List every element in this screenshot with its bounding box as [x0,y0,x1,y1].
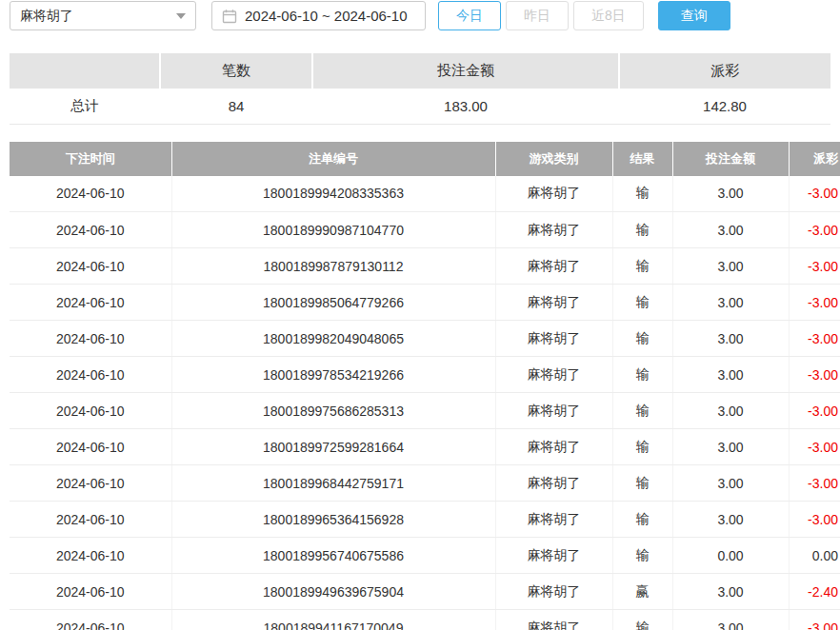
cell-payout: -3.00 [789,176,840,212]
cell-bet: 3.00 [672,357,789,393]
cell-id: 1800189941167170049 [171,610,495,630]
table-row: 2024-06-101800189949639675904麻将胡了赢3.00-2… [10,574,840,610]
cell-time: 2024-06-10 [10,429,171,465]
bet-table-body: 2024-06-101800189994208335363麻将胡了输3.00-3… [10,176,840,630]
table-row: 2024-06-101800189972599281664麻将胡了输3.00-3… [10,429,840,465]
cell-bet: 0.00 [672,538,789,574]
cell-bet: 3.00 [672,574,789,610]
header-bet-time: 下注时间 [10,142,171,176]
cell-time: 2024-06-10 [10,357,171,393]
cell-game: 麻将胡了 [495,321,612,357]
date-range-input[interactable]: 2024-06-10 ~ 2024-06-10 [211,1,426,30]
cell-id: 1800189985064779266 [171,285,495,321]
table-row: 2024-06-101800189941167170049麻将胡了输3.00-3… [10,610,840,630]
cell-bet: 3.00 [672,212,789,248]
bet-table: 下注时间 注单编号 游戏类别 结果 投注金额 派彩 2024-06-101800… [10,142,840,630]
table-row: 2024-06-101800189968442759171麻将胡了输3.00-3… [10,465,840,502]
cell-payout: -3.00 [789,502,840,538]
cell-result: 输 [612,393,672,429]
chevron-down-icon [176,13,186,19]
cell-bet: 3.00 [672,285,789,321]
cell-result: 输 [612,357,672,393]
cell-result: 输 [612,212,672,248]
filter-bar: 麻将胡了 2024-06-10 ~ 2024-06-10 今日 昨日 近8日 查… [10,1,840,30]
cell-payout: -3.00 [789,212,840,248]
summary-header-count: 笔数 [160,53,312,89]
table-row: 2024-06-101800189982049048065麻将胡了输3.00-3… [10,321,840,357]
table-row: 2024-06-101800189965364156928麻将胡了输3.00-3… [10,502,840,538]
cell-id: 1800189975686285313 [171,393,495,429]
cell-result: 输 [612,321,672,357]
cell-result: 输 [612,285,672,321]
cell-id: 1800189982049048065 [171,321,495,357]
cell-payout: -3.00 [789,357,840,393]
cell-result: 赢 [612,574,672,610]
summary-header-empty [10,53,160,89]
summary-header-row: 笔数 投注金额 派彩 [10,53,830,89]
cell-id: 1800189968442759171 [171,465,495,502]
header-payout: 派彩 [789,142,840,176]
summary-total-count: 84 [160,89,312,124]
cell-payout: -3.00 [789,393,840,429]
summary-total-bet-amount: 183.00 [312,89,619,124]
cell-payout: -3.00 [789,321,840,357]
today-button[interactable]: 今日 [438,1,501,30]
cell-payout: -3.00 [789,248,840,285]
header-bet-id: 注单编号 [171,142,495,176]
cell-game: 麻将胡了 [495,357,612,393]
header-result: 结果 [612,142,672,176]
summary-total-row: 总计 84 183.00 142.80 [10,89,830,124]
bet-table-header-row: 下注时间 注单编号 游戏类别 结果 投注金额 派彩 [10,142,840,176]
cell-result: 输 [612,176,672,212]
cell-result: 输 [612,248,672,285]
cell-result: 输 [612,465,672,502]
table-row: 2024-06-101800189987879130112麻将胡了输3.00-3… [10,248,840,285]
game-select-value: 麻将胡了 [20,8,73,25]
yesterday-button[interactable]: 昨日 [506,1,569,30]
calendar-icon [222,9,237,24]
cell-game: 麻将胡了 [495,610,612,630]
cell-time: 2024-06-10 [10,538,171,574]
cell-time: 2024-06-10 [10,610,171,630]
cell-bet: 3.00 [672,465,789,502]
cell-game: 麻将胡了 [495,285,612,321]
cell-bet: 3.00 [672,502,789,538]
cell-payout: -3.00 [789,285,840,321]
cell-payout: -3.00 [789,429,840,465]
cell-game: 麻将胡了 [495,502,612,538]
cell-game: 麻将胡了 [495,538,612,574]
cell-id: 1800189965364156928 [171,502,495,538]
cell-payout: -3.00 [789,610,840,630]
cell-payout: 0.00 [789,538,840,574]
cell-time: 2024-06-10 [10,393,171,429]
game-select[interactable]: 麻将胡了 [10,1,196,30]
query-button[interactable]: 查询 [658,1,730,30]
cell-id: 1800189978534219266 [171,357,495,393]
cell-id: 1800189987879130112 [171,248,495,285]
cell-time: 2024-06-10 [10,321,171,357]
cell-bet: 3.00 [672,176,789,212]
cell-game: 麻将胡了 [495,212,612,248]
table-row: 2024-06-101800189975686285313麻将胡了输3.00-3… [10,393,840,429]
table-row: 2024-06-101800189978534219266麻将胡了输3.00-3… [10,357,840,393]
cell-id: 1800189990987104770 [171,212,495,248]
cell-bet: 3.00 [672,610,789,630]
cell-game: 麻将胡了 [495,176,612,212]
cell-game: 麻将胡了 [495,429,612,465]
cell-time: 2024-06-10 [10,502,171,538]
summary-total-label: 总计 [10,89,160,124]
cell-time: 2024-06-10 [10,465,171,502]
header-game-category: 游戏类别 [495,142,612,176]
cell-time: 2024-06-10 [10,176,171,212]
cell-id: 1800189956740675586 [171,538,495,574]
cell-time: 2024-06-10 [10,212,171,248]
table-row: 2024-06-101800189990987104770麻将胡了输3.00-3… [10,212,840,248]
cell-result: 输 [612,538,672,574]
cell-game: 麻将胡了 [495,465,612,502]
cell-payout: -2.40 [789,574,840,610]
cell-id: 1800189949639675904 [171,574,495,610]
cell-id: 1800189972599281664 [171,429,495,465]
cell-id: 1800189994208335363 [171,176,495,212]
last8days-button[interactable]: 近8日 [573,1,644,30]
table-row: 2024-06-101800189956740675586麻将胡了输0.000.… [10,538,840,574]
